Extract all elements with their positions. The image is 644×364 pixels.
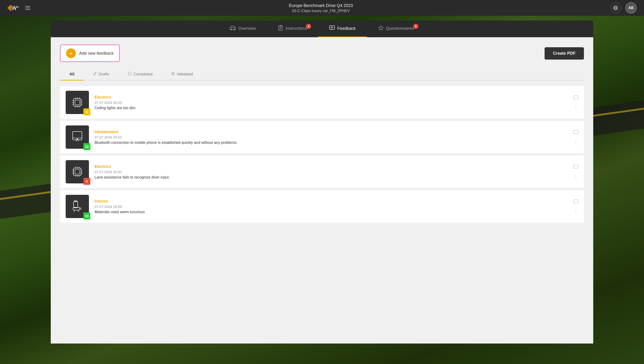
sub-tab-all[interactable]: All [60,69,84,80]
svg-rect-20 [128,72,131,75]
sub-tab-bar: All Drafts Completed [60,68,584,80]
feedback-category: Infotainment [95,130,568,134]
feedback-text: Lane assistance fails to recognize diver… [95,175,568,180]
sub-tab-drafts[interactable]: Drafts [84,68,119,80]
svg-rect-0 [8,7,9,9]
svg-line-60 [78,210,79,212]
item-badge: 6 [83,108,90,116]
item-badge: 10 [83,143,90,150]
topbar-right: AB [610,2,636,14]
validated-icon [171,72,175,76]
feedback-content: Electrics 07.07.2024 20:02 Lane assistan… [95,164,568,180]
tab-overview-label: Overview [238,26,256,31]
svg-rect-1 [9,6,10,10]
feedback-category: Interior [95,199,568,204]
feedback-thumbnail: 10 [66,195,89,218]
car-icon [230,26,236,32]
feedback-thumbnail: 2 [66,160,89,184]
more-options-icon[interactable]: ⋮ [573,208,578,214]
add-feedback-label: Add new feedback [79,51,114,56]
tab-feedback[interactable]: Feedback [318,20,367,37]
logo [8,4,19,12]
touch-icon [70,130,85,144]
star-icon [378,25,384,32]
svg-rect-23 [75,100,80,105]
topbar-center: Europe Benchmark Drive Q4 2023 03-C-Clas… [289,3,353,13]
chat-icon [329,25,335,32]
more-options-icon[interactable]: ⋮ [573,139,578,144]
svg-rect-16 [329,26,335,29]
svg-rect-42 [75,170,80,174]
content-area: + Add new feedback Create PDF All Drafts [51,37,593,344]
svg-rect-11 [278,26,283,30]
divider [60,189,584,189]
feedback-text: Ceiling lights are too dim. [95,106,568,110]
more-options-icon[interactable]: ⋮ [573,174,578,179]
feedback-date: 07.07.2024 19:58 [95,204,568,208]
feedback-item: 10 Infotainment 07.07.2024 20:02 Bluetoo… [60,121,584,153]
pencil-icon [93,72,97,76]
comment-icon[interactable] [573,200,578,205]
feedback-content: Infotainment 07.07.2024 20:02 Bluetooth … [95,130,568,145]
svg-rect-56 [74,201,78,208]
more-options-icon[interactable]: ⋮ [573,104,578,110]
add-icon: + [66,48,76,58]
add-feedback-button[interactable]: + Add new feedback [60,45,120,62]
app-title: Europe Benchmark Drive Q4 2023 [289,3,353,8]
feedback-content: Interior 07.07.2024 19:58 Materials used… [95,199,568,214]
app-subtitle: 03-C-Class luxury car_FM_2PHEV [289,9,353,13]
feedback-category: Electrics [95,95,568,100]
item-badge: 10 [83,212,90,220]
completed-icon [128,72,132,76]
feedback-text: Materials used seem luxurious [95,210,568,214]
feedback-item: 2 Electrics 07.07.2024 20:02 Lane assist… [60,156,584,188]
svg-point-21 [172,72,174,75]
logo-icon [8,4,19,12]
sub-tab-all-label: All [69,72,75,76]
feedback-thumbnail: 10 [66,126,89,149]
item-badge: 2 [83,178,90,185]
sub-tab-completed[interactable]: Completed [119,68,162,80]
comment-icon[interactable] [573,96,578,101]
tab-questionnaires-label: Questionnaires [386,26,414,31]
instructions-badge: 3 [306,24,311,29]
actions-row: + Add new feedback Create PDF [60,45,584,62]
menu-button[interactable] [24,5,31,11]
svg-rect-41 [74,168,81,176]
feedback-actions: ⋮ [573,200,578,214]
feedback-list: 6 Electrics 07.07.2024 20:03 Ceiling lig… [60,86,584,223]
tab-instructions[interactable]: Instructions 3 [267,20,318,37]
feedback-actions: ⋮ [573,96,578,110]
sub-tab-validated[interactable]: Validated [162,68,202,80]
chip-icon [70,164,85,179]
tab-overview[interactable]: Overview [219,20,267,37]
feedback-actions: ⋮ [573,130,578,144]
tab-feedback-label: Feedback [337,26,356,31]
tab-instructions-label: Instructions [285,26,307,31]
comment-icon[interactable] [573,130,578,136]
clipboard-icon [278,25,283,32]
feedback-thumbnail: 6 [66,91,89,114]
avatar[interactable]: AB [625,2,636,14]
create-pdf-button[interactable]: Create PDF [544,47,584,60]
language-button[interactable] [610,3,621,13]
feedback-actions: ⋮ [573,165,578,179]
tab-questionnaires[interactable]: Questionnaires 1 [367,20,425,37]
feedback-item: 10 Interior 07.07.2024 19:58 Materials u… [60,190,584,223]
main-panel: Overview Instructions 3 [51,20,593,344]
feedback-item: 6 Electrics 07.07.2024 20:03 Ceiling lig… [60,86,584,119]
topbar-left [8,4,31,12]
svg-marker-19 [379,26,383,30]
svg-rect-61 [573,200,578,203]
svg-rect-22 [74,99,81,106]
svg-rect-55 [573,165,578,168]
globe-icon [613,5,618,10]
topbar: Europe Benchmark Drive Q4 2023 03-C-Clas… [0,0,644,16]
sub-tab-drafts-label: Drafts [99,72,109,76]
seat-icon [70,199,85,214]
chip-icon [70,95,85,110]
comment-icon[interactable] [573,165,578,170]
svg-rect-2 [11,5,12,11]
feedback-date: 07.07.2024 20:03 [95,100,568,104]
svg-line-59 [74,210,75,212]
